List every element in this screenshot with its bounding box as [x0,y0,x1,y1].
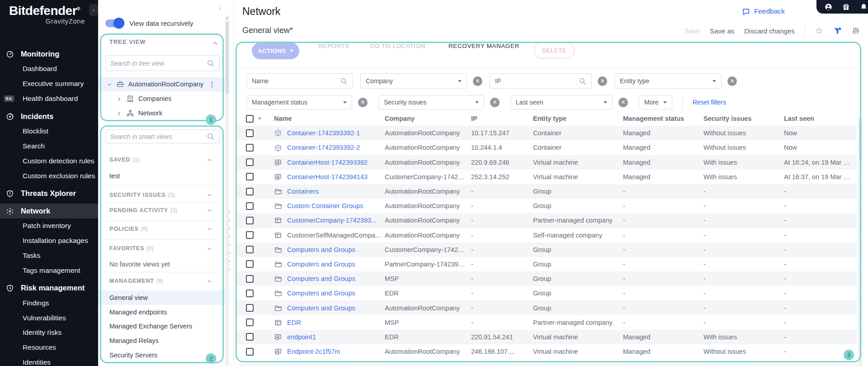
entity-name-link[interactable]: Custom Container Groups [287,202,363,209]
table-row[interactable]: Computers and GroupsMSP-Group--- [236,271,857,286]
tree-view-collapse-chevron[interactable] [211,38,219,47]
recursive-toggle[interactable] [105,19,123,27]
sidebar-item-findings[interactable]: Findings [0,295,98,310]
reset-filters-link[interactable]: Reset filters [693,99,726,106]
row-checkbox[interactable] [246,173,254,181]
filter-ip[interactable]: IP [490,73,592,89]
chevron-down-icon[interactable] [206,207,213,214]
clear-filter-icon[interactable]: ✕ [598,76,607,86]
entity-name-link[interactable]: Container-1742393392-2 [287,144,360,151]
entity-name-link[interactable]: endpoint1 [287,333,316,341]
table-row[interactable]: Custom Container GroupsAutomationRootCom… [236,199,857,213]
selection-menu-caret-icon[interactable] [258,118,261,120]
smart-section-management[interactable]: MANAGEMENT(8) [98,274,226,288]
sidebar-item-identities[interactable]: Identities [0,355,98,366]
clear-filter-icon[interactable]: ✕ [358,98,368,107]
smart-view-general-view[interactable]: General view [98,290,226,305]
scroll-up-arrow[interactable] [226,17,228,19]
chevron-up-icon[interactable] [206,277,213,284]
filter-security-issues[interactable]: Security issues [378,95,484,109]
entity-name-link[interactable]: EDR [287,319,301,326]
chevron-right-icon[interactable] [116,95,123,103]
chevron-up-icon[interactable] [206,245,213,252]
table-row[interactable]: endpoint1EDR220.91.54.241Virtual machine… [236,330,857,344]
actions-button[interactable]: ACTIONS [252,43,299,59]
kebab-menu-icon[interactable] [208,80,216,88]
row-checkbox[interactable] [246,188,254,195]
sidebar-item-installation-packages[interactable]: Installation packages [0,233,98,248]
feedback-button[interactable]: Feedback [742,7,785,16]
scroll-thumb[interactable] [226,22,229,94]
sidebar-item-risk-management[interactable]: Risk management [0,280,98,295]
entity-name-link[interactable]: Computers and Groups [287,261,355,268]
chevron-up-icon[interactable] [206,156,213,163]
smart-view-managed-endpoints[interactable]: Managed endpoints [98,305,226,319]
chevron-right-icon[interactable] [116,109,123,117]
sidebar-item-identity-risks[interactable]: Identity risks [0,325,98,340]
discard-changes-button[interactable]: Discard changes [744,27,795,35]
sidebar-item-blocklist[interactable]: Blocklist [0,124,98,138]
sidebar-item-vulnerabilities[interactable]: Vulnerabilities [0,310,98,325]
sidebar-item-network[interactable]: Network [0,204,98,219]
column-header-security-issues[interactable]: Security issues [703,115,784,122]
clear-filter-icon[interactable]: ✕ [618,98,628,107]
filter-entity-type[interactable]: Entity type [614,73,722,89]
column-header-ip[interactable]: IP [471,115,533,122]
sidebar-item-incidents[interactable]: Incidents [0,109,98,124]
table-row[interactable]: CustomerSelfManagedCompa...AutomationRoo… [236,228,857,242]
table-row[interactable]: Computers and GroupsPartnerCompany-17423… [236,257,857,271]
table-row[interactable]: ContainersAutomationRootCompany-Group--- [236,184,857,199]
row-checkbox[interactable] [246,275,254,283]
row-checkbox[interactable] [246,217,254,224]
row-checkbox[interactable] [246,231,254,239]
table-row[interactable]: Container-1742393392-1AutomationRootComp… [236,126,857,140]
smart-section-favorites[interactable]: FAVORITES(0) [98,241,226,256]
row-checkbox[interactable] [246,129,254,137]
table-row[interactable]: Container-1742393392-2AutomationRootComp… [236,140,857,155]
sidebar-item-tags-management[interactable]: Tags management [0,263,98,278]
table-row[interactable]: Computers and GroupsEDR-Group--- [236,286,857,300]
row-checkbox[interactable] [246,260,254,268]
table-row[interactable]: EDRMSP-Partner-managed company--- [236,315,857,330]
panel-collapse-button[interactable]: ‹ [219,5,222,12]
row-checkbox[interactable] [246,202,254,210]
entity-name-link[interactable]: Containers [287,188,319,195]
clear-filter-icon[interactable]: ✕ [473,76,482,86]
column-header-entity-type[interactable]: Entity type [533,115,623,122]
filter-last-seen[interactable]: Last seen [510,95,613,109]
column-header-last-seen[interactable]: Last seen [784,115,857,122]
row-checkbox[interactable] [246,333,254,341]
tree-node-automationrootcompany[interactable]: AutomationRootCompany [98,77,226,91]
sidebar-item-threats-xplorer[interactable]: Threats Xplorer [0,186,98,201]
column-header-company[interactable]: Company [385,115,471,122]
chevron-down-icon[interactable] [106,80,113,88]
row-checkbox[interactable] [246,246,254,253]
table-row[interactable]: Computers and GroupsAutomationRootCompan… [236,300,857,315]
entity-name-link[interactable]: Computers and Groups [287,246,355,253]
smart-view-managed-exchange-servers[interactable]: Managed Exchange Servers [98,319,226,333]
filter-more[interactable]: More [639,95,672,109]
reports-button[interactable]: REPORTS [318,43,349,49]
smart-view-managed-relays[interactable]: Managed Relays [98,333,226,348]
account-icon[interactable] [825,3,832,11]
row-checkbox[interactable] [246,144,254,152]
sidebar-item-monitoring[interactable]: Monitoring [0,47,98,62]
smart-view-test[interactable]: test [98,169,226,183]
table-row[interactable]: Endpoint-2c1f57mAutomationRootCompany246… [236,344,857,359]
tree-search-input[interactable]: Search in tree view [105,55,220,71]
smart-view-no-favorite-views-yet[interactable]: No favorite views yet [98,257,226,271]
table-row[interactable]: ContainerHost-1742393392AutomationRootCo… [236,155,857,170]
smart-section-security-issues[interactable]: SECURITY ISSUES(3) [98,188,226,202]
entity-name-link[interactable]: CustomerCompany-1742393... [287,217,377,224]
sidebar-collapse-button[interactable]: ‹ [89,4,98,16]
row-checkbox[interactable] [246,318,254,326]
scroll-thumb[interactable] [859,122,862,161]
smart-views-search-input[interactable]: Search in smart views [105,129,220,143]
filter-management-status[interactable]: Management status [246,95,352,109]
sidebar-item-patch-inventory[interactable]: Patch inventory [0,219,98,233]
sidebar-item-custom-exclusion-rules[interactable]: Custom exclusion rules [0,168,98,183]
notifications-bell-icon[interactable] [860,3,868,11]
smart-section-pending-activity[interactable]: PENDING ACTIVITY(3) [98,203,226,218]
row-checkbox[interactable] [246,304,254,312]
column-header-name[interactable]: Name [274,115,385,122]
